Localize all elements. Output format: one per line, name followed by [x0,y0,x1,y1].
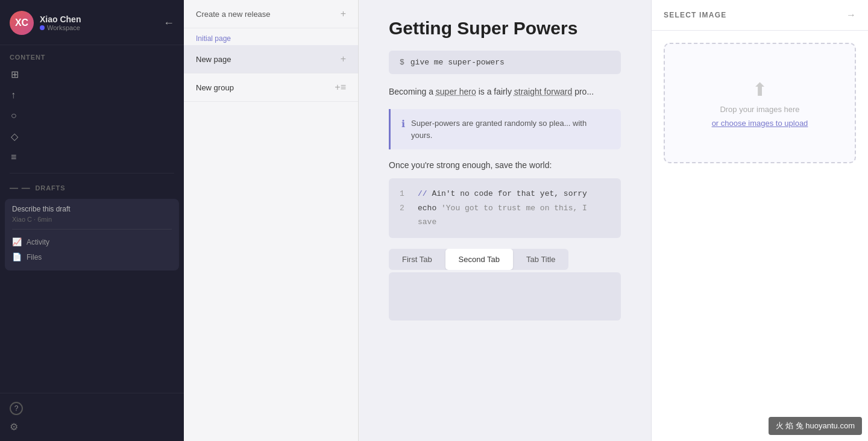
choose-images-link[interactable]: or choose images to upload [712,119,808,128]
tab-title[interactable]: Tab Title [513,249,568,270]
tab-content-area [389,272,621,321]
create-release-add-icon[interactable]: + [341,8,346,19]
workspace-label: Workspace [47,24,80,31]
draft-meta: Xiao C · 6min [12,216,172,223]
current-draft[interactable]: Describe this draft Xiao C · 6min 📈 Acti… [5,199,179,271]
sidebar-item-more[interactable]: ≡ [5,148,179,167]
activity-label: Activity [27,238,49,246]
line-code-1: // Ain't no code for that yet, sorry [418,187,587,201]
line-num-2: 2 [400,201,408,230]
drafts-icon: — — [10,183,31,193]
content-list: Create a new release + Initial page New … [184,0,359,441]
initial-page-label: Initial page [184,28,358,45]
draft-files[interactable]: 📄 Files [12,249,172,264]
new-group-label: New group [196,83,234,92]
sidebar-item-content[interactable]: ⊞ [5,64,179,84]
straight-forward-link[interactable]: straight forward [514,87,572,96]
new-page-label: New page [196,55,231,64]
line-code-2: echo 'You got to trust me on this, I sav… [418,201,610,230]
right-arrow-icon[interactable]: → [846,10,856,20]
new-page-add-icon[interactable]: + [341,54,346,64]
info-text: Super-powers are granted randomly so ple… [411,117,610,141]
code-line-2: 2 echo 'You got to trust me on this, I s… [400,201,610,230]
draft-divider [12,229,172,230]
sidebar-item-share[interactable]: ↑ [5,86,179,105]
sidebar-bottom: ? ⚙ [0,393,184,441]
sidebar-divider [10,173,174,174]
new-group-add-icon[interactable]: +≡ [335,82,346,93]
line-num-1: 1 [400,187,408,201]
user-name: Xiao Chen [40,14,81,24]
publish-icon: ○ [11,110,17,121]
create-release-label: Create a new release [196,10,271,19]
draft-activity[interactable]: 📈 Activity [12,234,172,249]
more-icon: ≡ [11,152,16,163]
share-icon: ↑ [11,90,16,101]
extensions-icon: ◇ [11,131,18,142]
once-text: Once you're strong enough, save the worl… [389,160,621,170]
right-panel: SELECT IMAGE → ⬆ Drop your images here o… [651,0,868,441]
right-panel-title: SELECT IMAGE [664,11,726,19]
drop-text: Drop your images here [720,105,799,114]
watermark: 火 焰 兔 huoyantu.com [769,417,863,435]
settings-icon[interactable]: ⚙ [10,421,174,433]
right-panel-header: SELECT IMAGE → [652,0,868,31]
code-command: give me super-powers [410,58,505,67]
super-hero-link[interactable]: super hero [436,87,476,96]
section-drafts-label: — — DRAFTS [0,180,184,196]
sidebar-item-extensions[interactable]: ◇ [5,127,179,146]
single-code-block: $ give me super-powers [389,51,621,74]
tab-first[interactable]: First Tab [389,249,445,270]
sidebar: XC Xiao Chen Workspace ← CONTENT ⊞ ↑ ○ ◇… [0,0,184,441]
page-title: Getting Super Powers [389,18,621,39]
info-block: ℹ Super-powers are granted randomly so p… [389,109,621,149]
drop-zone[interactable]: ⬆ Drop your images here or choose images… [664,43,856,163]
avatar: XC [10,11,34,35]
multi-code-block: 1 // Ain't no code for that yet, sorry 2… [389,178,621,237]
code-line-1: 1 // Ain't no code for that yet, sorry [400,187,610,201]
draft-title: Describe this draft [12,205,172,213]
body-paragraph: Becoming a super hero is a fairly straig… [389,85,621,98]
create-release-item[interactable]: Create a new release + [184,0,358,28]
grid-icon: ⊞ [11,69,19,80]
new-page-item[interactable]: New page + [184,45,358,74]
workspace-badge: Workspace [40,24,81,31]
help-button[interactable]: ? [10,402,23,415]
user-info: Xiao Chen Workspace [40,14,81,31]
section-content-label: CONTENT [0,45,184,64]
user-profile[interactable]: XC Xiao Chen Workspace [10,11,81,35]
files-icon: 📄 [12,252,22,261]
info-icon: ℹ [401,118,405,130]
sidebar-header: XC Xiao Chen Workspace ← [0,0,184,45]
back-icon[interactable]: ← [163,17,174,30]
files-label: Files [27,253,42,261]
upload-icon: ⬆ [752,79,767,100]
dollar-sign: $ [400,58,404,67]
activity-icon: 📈 [12,237,22,246]
new-group-item[interactable]: New group +≡ [184,74,358,102]
sidebar-nav: ⊞ ↑ ○ ◇ ≡ [0,64,184,167]
tab-second[interactable]: Second Tab [445,249,513,270]
tabs-row: First Tab Second Tab Tab Title [389,249,568,270]
main-content: Getting Super Powers $ give me super-pow… [359,0,651,441]
sidebar-item-publish[interactable]: ○ [5,106,179,125]
workspace-dot-icon [40,25,45,30]
